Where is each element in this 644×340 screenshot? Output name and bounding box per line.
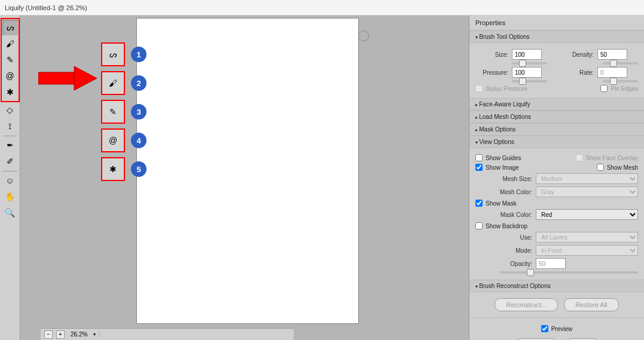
callout-badge: 4 xyxy=(131,133,146,148)
smooth-icon: ✎ xyxy=(7,56,14,64)
pressure-slider[interactable] xyxy=(512,80,547,82)
show-guides-checkbox[interactable] xyxy=(475,154,483,161)
warp-icon: ᔕ xyxy=(7,23,14,32)
brush-cursor-guide xyxy=(358,30,369,41)
section-reconstruct[interactable]: Brush Reconstruct Options xyxy=(469,280,644,292)
use-select: All Layers xyxy=(536,232,638,243)
main-area: ᔕ 🖌 ✎ @ ✱ ◇ ⟟ ✒ ✐ ☺ ✋ 🔍 ᔕ 1 xyxy=(0,16,644,340)
callout-thumb-reconstruct: 🖌 xyxy=(101,71,125,95)
section-mask-options[interactable]: Mask Options xyxy=(469,123,644,136)
hand-icon: ✋ xyxy=(5,192,15,201)
callout-row: ✱ 5 xyxy=(101,157,146,181)
section-load-mesh[interactable]: Load Mesh Options xyxy=(469,111,644,123)
density-input[interactable] xyxy=(597,49,627,60)
density-slider[interactable] xyxy=(603,62,638,65)
forward-warp-tool[interactable]: ᔕ xyxy=(2,20,18,35)
warp-icon: ᔕ xyxy=(109,50,117,59)
face-tool[interactable]: ☺ xyxy=(2,173,18,188)
section-face-aware[interactable]: Face-Aware Liquify xyxy=(469,98,644,111)
left-toolbar: ᔕ 🖌 ✎ @ ✱ ◇ ⟟ ✒ ✐ ☺ ✋ 🔍 xyxy=(0,16,20,340)
properties-title: Properties xyxy=(469,16,644,30)
properties-panel: Properties Brush Tool Options Size: Dens… xyxy=(469,16,644,340)
chevron-down-icon[interactable]: ▾ xyxy=(93,332,96,337)
reconstruct-button: Reconstruct... xyxy=(495,298,558,311)
smooth-tool[interactable]: ✎ xyxy=(2,52,18,68)
mesh-color-label: Mesh Color: xyxy=(499,189,532,195)
callout-thumb-warp: ᔕ xyxy=(101,42,125,66)
toolbar-divider xyxy=(3,171,17,171)
thaw-mask-tool[interactable]: ✐ xyxy=(2,154,18,169)
view-options-body: Show Guides Show Face Overlay Show Image… xyxy=(469,148,644,280)
zoom-out-button[interactable]: − xyxy=(44,330,53,339)
rate-slider xyxy=(603,80,638,82)
face-icon: ☺ xyxy=(5,176,14,185)
callout-badge: 3 xyxy=(131,104,146,120)
freeze-icon: ✒ xyxy=(7,141,14,149)
use-label: Use: xyxy=(499,234,532,241)
mask-color-select[interactable]: Red xyxy=(536,209,638,220)
show-mask-label: Show Mask xyxy=(486,200,517,207)
annotation-callouts: ᔕ 1 🖌 2 ✎ 3 @ 4 ✱ 5 xyxy=(101,42,146,181)
status-spacer xyxy=(99,332,290,337)
callout-row: ᔕ 1 xyxy=(101,42,146,66)
size-slider[interactable] xyxy=(512,62,547,65)
preview-checkbox[interactable] xyxy=(541,325,548,332)
opacity-label: Opacity: xyxy=(499,261,532,267)
show-guides-label: Show Guides xyxy=(486,155,521,161)
window-titlebar: Liquify (Untitled-1 @ 26.2%) xyxy=(0,0,644,16)
mesh-size-label: Mesh Size: xyxy=(499,176,532,182)
callout-thumb-pucker: ✱ xyxy=(101,157,125,181)
pressure-label: Pressure: xyxy=(475,69,508,76)
callout-thumb-smooth: ✎ xyxy=(101,100,125,124)
show-face-overlay-checkbox xyxy=(576,154,583,161)
window-title: Liquify (Untitled-1 @ 26.2%) xyxy=(5,4,87,11)
show-mesh-label: Show Mesh xyxy=(607,164,638,171)
mode-select: In Front xyxy=(536,245,638,256)
push-icon: ⟟ xyxy=(8,122,11,130)
show-mesh-checkbox[interactable] xyxy=(597,164,604,171)
brush-icon: 🖌 xyxy=(109,79,117,87)
artboard[interactable] xyxy=(137,19,358,323)
density-label: Density: xyxy=(561,51,594,58)
pucker-icon: ✱ xyxy=(109,165,117,173)
section-view-options[interactable]: View Options xyxy=(469,136,644,148)
rate-input xyxy=(597,67,627,78)
twirl-tool[interactable]: @ xyxy=(2,68,18,84)
pucker-tool[interactable]: ✱ xyxy=(2,84,18,100)
zoom-in-button[interactable]: + xyxy=(56,330,65,339)
show-image-label: Show Image xyxy=(486,164,519,171)
restore-all-button: Restore All xyxy=(564,298,618,311)
pressure-input[interactable] xyxy=(512,67,542,78)
zoom-tool[interactable]: 🔍 xyxy=(2,205,18,220)
mesh-size-select: Medium xyxy=(536,173,638,184)
size-input[interactable] xyxy=(512,49,542,60)
preview-label: Preview xyxy=(551,326,573,332)
canvas-area[interactable]: ᔕ 1 🖌 2 ✎ 3 @ 4 ✱ 5 − + 26.2% xyxy=(20,16,469,340)
push-left-tool[interactable]: ⟟ xyxy=(2,118,18,134)
mesh-color-select: Gray xyxy=(536,186,638,197)
twirl-icon: @ xyxy=(5,72,14,80)
svg-rect-0 xyxy=(38,72,74,84)
show-backdrop-checkbox[interactable] xyxy=(475,222,483,229)
opacity-slider xyxy=(499,271,638,274)
show-face-overlay-label: Show Face Overlay xyxy=(586,155,638,161)
size-label: Size: xyxy=(475,51,508,58)
status-bar: − + 26.2% ▾ xyxy=(41,328,294,340)
callout-row: 🖌 2 xyxy=(101,71,146,95)
show-backdrop-label: Show Backdrop xyxy=(486,223,527,229)
freeze-mask-tool[interactable]: ✒ xyxy=(2,137,18,153)
callout-badge: 2 xyxy=(131,75,146,91)
opacity-input xyxy=(536,258,566,269)
rate-label: Rate: xyxy=(561,69,594,76)
bloat-tool[interactable]: ◇ xyxy=(2,102,18,118)
mode-label: Mode: xyxy=(499,247,532,254)
show-image-checkbox[interactable] xyxy=(475,164,483,171)
reconstruct-tool[interactable]: 🖌 xyxy=(2,36,18,51)
show-mask-checkbox[interactable] xyxy=(475,200,483,207)
callout-badge: 1 xyxy=(131,47,146,62)
pin-edges-checkbox[interactable] xyxy=(600,85,608,92)
annotation-arrow xyxy=(38,63,98,93)
zoom-level[interactable]: 26.2% xyxy=(68,331,90,338)
hand-tool[interactable]: ✋ xyxy=(2,189,18,204)
section-brush-tool-options[interactable]: Brush Tool Options xyxy=(469,30,644,43)
